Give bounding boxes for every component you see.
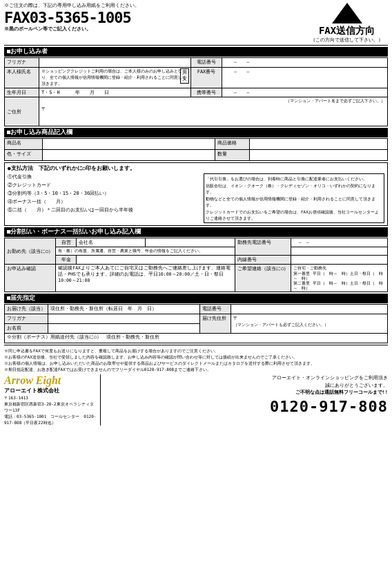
gender-box: 男 女 — [180, 68, 189, 84]
product-header-row: 商品名 商品価格 — [5, 139, 388, 150]
name-note: ※ショッピングクレジットご利用の場合は、ご本人様のみのお申し込みとなり、全ての個… — [41, 68, 186, 86]
delivery-table: お届け先（該当） 現住所・勤務先・新住所（転居日 年 月 日） 電話番号 フリガ… — [4, 304, 388, 343]
address-note: （マンション・アパート名まで必ずご記入下さい。） — [41, 98, 385, 104]
gender-male: 男 — [182, 70, 187, 76]
fax-value[interactable]: — — — [222, 68, 388, 88]
color-size-value[interactable] — [43, 150, 215, 161]
payment-note-5: クレジットカードでのお支払いをご希望の場合は、FAXお昼頃確認後、当社コールセン… — [206, 209, 382, 221]
delivery-address-value[interactable]: 〒 （マンション・アパートも必ずご記入ください。） — [231, 314, 388, 334]
phone-label: 電話番号 — [191, 58, 222, 68]
footer-bottom: Arrow Eight アローエイト株式会社 〒163-1413 東京都新宿区西… — [4, 374, 388, 426]
internal-label: 内線番号 — [235, 256, 291, 265]
logo-section: Arrow Eight アローエイト株式会社 〒163-1413 東京都新宿区西… — [4, 374, 101, 426]
quantity-value[interactable] — [250, 150, 388, 161]
furigana-value[interactable] — [39, 58, 191, 68]
color-size-label: 色・サイズ — [5, 150, 43, 161]
company-name-value[interactable] — [146, 238, 235, 247]
employer-label: お勤め先（該当に○） — [5, 238, 56, 265]
recipient-label: お届け先（該当） — [5, 305, 48, 314]
split-note: ※分割（ボーナス）用紙送付先（該当に○） 現住所・勤務先・新住所 — [5, 334, 388, 343]
address-input[interactable] — [41, 113, 385, 125]
mobile-value[interactable]: — — — [222, 88, 388, 97]
company-tel: 電話：03-5365-1001 コールセンター 0120-917-808（平日夜… — [4, 413, 97, 426]
contact-line3: ご不明な点は通話無料フリーコールまで!! — [104, 389, 388, 397]
hope-contact-value: ご自宅・ご勤務先 第一番里 平日（ 時～ 時）土日・祭日（ 時～ 時） 第二番里… — [291, 265, 388, 292]
schedule1: 第一番里 平日（ 時～ 時）土日・祭日（ 時～ 時） — [293, 271, 385, 281]
delivery-section: ■届先指定 ※勤務先・新住所のお届けをご希望の場合は下記をご記入ください。その他… — [4, 294, 388, 343]
delivery-section-header: ■届先指定 ※勤務先・新住所のお届けをご希望の場合は下記をご記入ください。その他… — [4, 294, 388, 303]
quantity-label: 数量 — [215, 150, 250, 161]
confirmation-text: 確認後FAXよりご本人あてにご自宅又はご勤務先へご連絡差し上げます。連絡電話・P… — [56, 265, 235, 292]
birthday-label: 生年月日 — [5, 88, 39, 97]
price-label: 商品価格 — [215, 139, 250, 150]
company-street: 東京都新宿区西新宿3-20-2東京オペラシティタワー13F — [4, 401, 97, 413]
fax-direction-label: FAX送信方向 — [319, 25, 375, 37]
payment-notes: 「代引引換」をお選びの場合は、到着時に商品と引換に配達業者にお支払いください。 … — [204, 173, 384, 223]
name-row: 本人様氏名 ※ショッピングクレジットご利用の場合は、ご本人様のみのお申し込みとな… — [5, 68, 388, 88]
employer-label-text: お勤め先（該当に○） — [7, 248, 53, 255]
payment-note-2: 信販会社は、イオン・クオーク（株）・クレディセゾン・オリコ・いずれかの契約になり… — [206, 182, 382, 195]
delivery-split-row: ※分割（ボーナス）用紙送付先（該当に○） 現住所・勤務先・新住所 — [5, 334, 388, 343]
footer-note-1: ※同じ申込書をFAXで何度もお送りになりますと、重複して商品をお届けする場合があ… — [4, 347, 388, 354]
delivery-note: ※勤務先・新住所のお届けをご希望の場合は下記をご記入ください。その他の場合は係へ… — [38, 296, 270, 302]
employer-phone-value2[interactable] — [291, 247, 388, 256]
product-required: ※色やサイズのある商品は、色やサイズまで必ずご記入ください。 — [75, 130, 220, 136]
payment-title: ●支払方法 下記のいずれかに○印をお願いします。 — [8, 165, 384, 172]
delivery-address-label: 届け先住所 — [200, 314, 231, 334]
delivery-phone-value[interactable] — [231, 305, 388, 314]
footer: ※同じ申込書をFAXで何度もお送りになりますと、重複して商品をお届けする場合があ… — [4, 345, 388, 426]
delivery-phone-label: 電話番号 — [200, 305, 231, 314]
delivery-title: ■届先指定 — [7, 294, 35, 303]
name-value[interactable]: ※ショッピングクレジットご利用の場合は、ご本人様のみのお申し込みとなり、全ての個… — [39, 68, 191, 88]
product-name-value[interactable] — [43, 139, 215, 150]
footer-note-4: ※期日指定配達、お急ぎ配達FAXではお受けできませんのでフリーダイヤル0120-… — [4, 366, 388, 372]
delivery-name-value[interactable] — [48, 324, 200, 334]
furigana-label: フリガナ — [5, 58, 39, 68]
address-value[interactable]: （マンション・アパート名まで必ずご記入下さい。） 〒 — [39, 97, 388, 126]
ballpen-note: ※黒のボールペン等でご記入ください。 — [4, 26, 139, 32]
payment-note-1: 「代引引換」をお選びの場合は、到着時に商品と引換に配達業者にお支払いください。 — [206, 175, 382, 182]
phone-value[interactable]: — — — [222, 58, 388, 68]
footer-notes: ※同じ申込書をFAXで何度もお送りになりますと、重複して商品をお届けする場合があ… — [4, 347, 388, 372]
delivery-recipient-row: お届け先（該当） 現住所・勤務先・新住所（転居日 年 月 日） 電話番号 — [5, 305, 388, 314]
gender-female: 女 — [182, 76, 187, 82]
fax-direction-note: (この方向で送信して下さい。) — [313, 37, 381, 44]
installment-title: ■分割払い・ボーナス一括払いお申し込み記入欄 — [7, 228, 141, 236]
fax-direction-block: FAX送信方向 (この方向で送信して下さい。) — [306, 3, 388, 44]
address-row: ご住所 （マンション・アパート名まで必ずご記入下さい。） 〒 — [5, 97, 388, 126]
nenkin-value[interactable] — [77, 256, 235, 265]
company-address: 〒163-1413 東京都新宿区西新宿3-20-2東京オペラシティタワー13F … — [4, 394, 97, 426]
price-value[interactable] — [250, 139, 388, 150]
self-employed-label: 自営 — [56, 238, 77, 247]
confirmation-label: お申込み確認 — [5, 265, 56, 292]
address-label: ご住所 — [5, 97, 39, 126]
internal-value[interactable] — [291, 256, 388, 265]
birthday-value[interactable]: T・S・H 年 月 日 — [39, 88, 191, 97]
product-color-row: 色・サイズ 数量 — [5, 150, 388, 161]
payment-option-3: ③分割均等（3・5・10・15・20・36回払い） — [8, 190, 196, 198]
name-label: 本人様氏名 — [5, 68, 39, 88]
delivery-furigana-label: フリガナ — [5, 314, 48, 324]
order-note: ※ご注文の際は、下記の専用申し込み用紙をご利用ください。 — [4, 3, 139, 9]
payment-section: ●支払方法 下記のいずれかに○印をお願いします。 ①代金引換 ②クレジットカード… — [4, 162, 388, 226]
applicant-table: フリガナ 電話番号 — — 本人様氏名 ※ショッピングクレジットご利用の場合は、… — [4, 57, 388, 126]
product-name-label: 商品名 — [5, 139, 43, 150]
applicant-section: ■お申し込み者 ※必ず現住所・電話番号・生年月日をご記入下さい。 フリガナ 電話… — [4, 47, 388, 126]
employer-phone-value[interactable]: — — — [291, 238, 388, 247]
birthday-fields: 年 月 日 — [66, 90, 109, 95]
delivery-furigana-value[interactable] — [48, 314, 200, 324]
footer-note-2: ※お客様のFAX送信後、当社で受領しました内容を確認致します。お申し込み内容等の… — [4, 354, 388, 360]
payment-option-4: ④ボーナス一括（ 月） — [8, 198, 196, 207]
nenkin-label: 年金 — [56, 256, 77, 265]
schedule2: 第二番里 平日（ 時～ 時）土日・祭日（ 時～ 時） — [293, 281, 385, 291]
header: ※ご注文の際は、下記の専用申し込み用紙をご利用ください。 FAX03-5365-… — [4, 3, 388, 46]
contact-line1: アローエイト・オンラインショッピングをご利用頂き — [104, 374, 388, 382]
hope-contact-label: ご希望連絡（該当に○） — [235, 265, 291, 292]
installment-table: お勤め先（該当に○） 自営 会社名 勤務先電話番号 — — 有・株）の有股、所属… — [4, 238, 388, 292]
contact-text: アローエイト・オンラインショッピングをご利用頂き 誠にありがとうございます。 ご… — [104, 374, 388, 397]
birthday-text: T・S・H — [41, 90, 60, 95]
installment-nenkin-row: 年金 内線番号 — [5, 256, 388, 265]
payment-content: ①代金引換 ②クレジットカード ③分割均等（3・5・10・15・20・36回払い… — [8, 173, 384, 223]
delivery-name-label: お名前 — [5, 324, 48, 334]
delivery-furigana-row: フリガナ 届け先住所 〒 （マンション・アパートも必ずご記入ください。） — [5, 314, 388, 324]
